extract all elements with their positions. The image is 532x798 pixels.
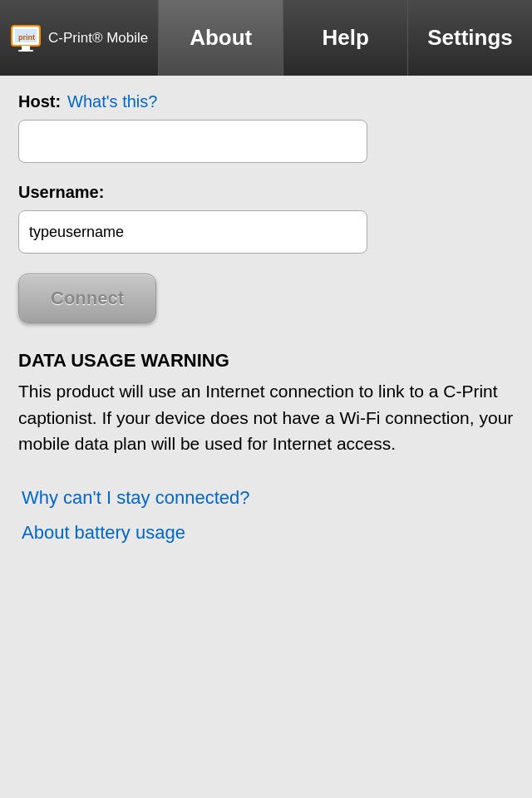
svg-text:print: print bbox=[18, 33, 35, 42]
connect-button[interactable]: Connect bbox=[18, 273, 156, 323]
tab-help[interactable]: Help bbox=[283, 0, 407, 76]
whats-this-link[interactable]: What's this? bbox=[67, 92, 157, 111]
main-content: Host: What's this? Username: Connect DAT… bbox=[0, 76, 532, 567]
stay-connected-link[interactable]: Why can't I stay connected? bbox=[18, 480, 514, 515]
host-input[interactable] bbox=[18, 120, 367, 163]
svg-rect-2 bbox=[22, 46, 30, 50]
tab-about[interactable]: About bbox=[158, 0, 283, 76]
tab-settings[interactable]: Settings bbox=[407, 0, 532, 76]
app-icon: print bbox=[10, 22, 42, 54]
warning-section: DATA USAGE WARNING This product will use… bbox=[18, 350, 514, 457]
warning-text: This product will use an Internet connec… bbox=[18, 378, 514, 457]
svg-rect-3 bbox=[18, 50, 33, 52]
username-input[interactable] bbox=[18, 210, 367, 254]
app-logo-area: print C-Print® Mobile bbox=[0, 0, 158, 76]
host-field-row: Host: What's this? bbox=[18, 92, 514, 111]
host-label: Host: bbox=[18, 92, 61, 111]
navbar: print C-Print® Mobile About Help Setting… bbox=[0, 0, 532, 76]
app-title: C-Print® Mobile bbox=[48, 30, 148, 47]
battery-usage-link[interactable]: About battery usage bbox=[18, 515, 514, 550]
username-label: Username: bbox=[18, 183, 514, 202]
warning-title: DATA USAGE WARNING bbox=[18, 350, 514, 372]
